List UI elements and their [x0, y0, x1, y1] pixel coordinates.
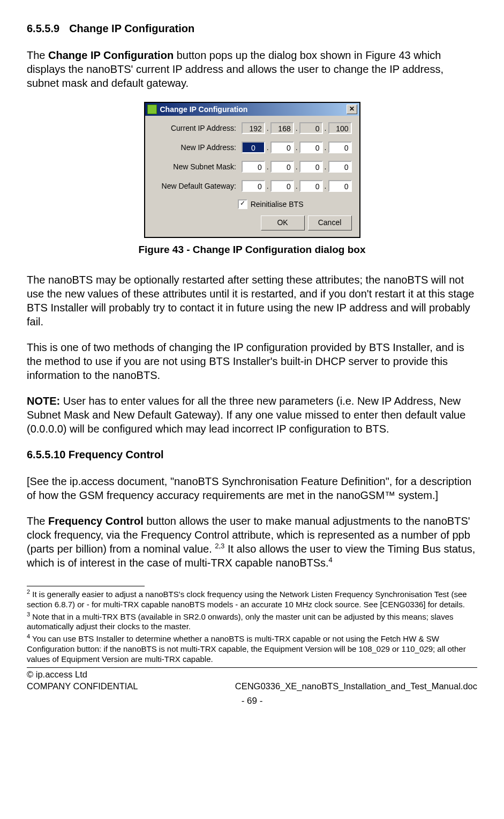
text-bold: Frequency Control	[48, 515, 144, 527]
octet-input: 100	[328, 122, 352, 134]
reinitialise-checkbox[interactable]: ✓	[238, 199, 247, 209]
text-bold: Change IP Configuration	[48, 49, 174, 61]
footer-copyright: © ip.access Ltd	[27, 669, 477, 680]
footnote-separator	[27, 586, 145, 586]
section-title: Change IP Configuration	[69, 23, 194, 34]
ok-button[interactable]: OK	[261, 215, 305, 230]
ip-row: Current IP Address:192.168.0.100	[148, 122, 352, 134]
dot-separator: .	[295, 162, 298, 172]
octet-group: 0.0.0.0	[242, 142, 352, 153]
paragraph-2: The nanoBTS may be optionally restarted …	[27, 273, 477, 329]
dot-separator: .	[266, 181, 269, 191]
row-label: New Default Gateway:	[148, 181, 236, 191]
app-icon	[147, 105, 157, 114]
cancel-button[interactable]: Cancel	[308, 215, 352, 230]
section-heading-1: 6.5.5.9Change IP Configuration	[27, 21, 477, 35]
section-number: 6.5.5.10	[27, 449, 65, 460]
dot-separator: .	[295, 143, 298, 152]
row-label: New Subnet Mask:	[148, 162, 236, 172]
octet-input[interactable]: 0	[270, 161, 294, 173]
octet-input[interactable]: 0	[242, 142, 265, 153]
dot-separator: .	[295, 181, 298, 191]
octet-input[interactable]: 0	[242, 180, 265, 192]
footer-left: COMPANY CONFIDENTIAL	[27, 681, 138, 692]
octet-input[interactable]: 0	[328, 161, 352, 173]
footnote-2: 2 It is generally easier to adjust a nan…	[27, 589, 477, 610]
dialog-container: Change IP Configuration ✕ Current IP Add…	[27, 102, 477, 238]
octet-group: 0.0.0.0	[242, 180, 352, 192]
ip-row: New Default Gateway:0.0.0.0	[148, 180, 352, 192]
dialog-titlebar: Change IP Configuration ✕	[145, 103, 359, 116]
octet-input[interactable]: 0	[270, 180, 294, 192]
row-label: Current IP Address:	[148, 123, 236, 133]
row-label: New IP Address:	[148, 143, 236, 152]
octet-group: 0.0.0.0	[242, 161, 352, 173]
octet-input[interactable]: 0	[328, 180, 352, 192]
paragraph-4: [See the ip.access document, "nanoBTS Sy…	[27, 474, 477, 502]
note-body: User has to enter values for all the thr…	[27, 395, 465, 435]
close-icon[interactable]: ✕	[347, 105, 357, 114]
paragraph-1: The Change IP Configuration button pops …	[27, 48, 477, 90]
checkbox-label: Reinitialise BTS	[251, 199, 304, 209]
dot-separator: .	[266, 162, 269, 172]
page-separator	[27, 667, 477, 668]
footnote-3: 3 Note that in a multi-TRX BTS (availabl…	[27, 611, 477, 632]
octet-input: 0	[299, 122, 323, 134]
octet-group: 192.168.0.100	[242, 122, 352, 134]
section-number: 6.5.5.9	[27, 21, 59, 35]
dot-separator: .	[266, 143, 269, 152]
text: The	[27, 49, 48, 61]
dot-separator: .	[266, 123, 269, 133]
octet-input[interactable]: 0	[299, 142, 323, 153]
octet-input: 192	[242, 122, 265, 134]
footnote-text: It is generally easier to adjust a nanoB…	[27, 590, 467, 609]
section-title: Frequency Control	[69, 449, 164, 460]
paragraph-3: This is one of two methods of changing t…	[27, 340, 477, 382]
button-row: OK Cancel	[148, 215, 352, 230]
octet-input[interactable]: 0	[242, 161, 265, 173]
section-heading-2: 6.5.5.10 Frequency Control	[27, 448, 477, 461]
octet-input[interactable]: 0	[299, 180, 323, 192]
footnote-ref-2-3: 2,3	[215, 542, 224, 550]
change-ip-dialog: Change IP Configuration ✕ Current IP Add…	[144, 102, 360, 238]
note-label: NOTE:	[27, 395, 60, 407]
dot-separator: .	[324, 181, 327, 191]
footnote-text: You can use BTS Installer to determine w…	[27, 634, 466, 664]
dialog-body: Current IP Address:192.168.0.100New IP A…	[145, 116, 359, 237]
octet-input: 168	[270, 122, 294, 134]
footnote-4: 4 You can use BTS Installer to determine…	[27, 633, 477, 664]
octet-input[interactable]: 0	[270, 142, 294, 153]
footnote-text: Note that in a multi-TRX BTS (available …	[27, 612, 454, 631]
ip-row: New Subnet Mask:0.0.0.0	[148, 161, 352, 173]
figure-caption: Figure 43 - Change IP Configuration dial…	[27, 243, 477, 257]
dot-separator: .	[295, 123, 298, 133]
note-paragraph: NOTE: User has to enter values for all t…	[27, 394, 477, 436]
footer-row: COMPANY CONFIDENTIAL CENG0336_XE_nanoBTS…	[27, 681, 477, 692]
paragraph-5: The Frequency Control button allows the …	[27, 514, 477, 570]
dot-separator: .	[324, 143, 327, 152]
octet-input[interactable]: 0	[328, 142, 352, 153]
page-number: - 69 -	[27, 695, 477, 707]
reinitialise-row: ✓ Reinitialise BTS	[148, 199, 352, 209]
octet-input[interactable]: 0	[299, 161, 323, 173]
dialog-title: Change IP Configuration	[160, 105, 248, 114]
dot-separator: .	[324, 123, 327, 133]
dot-separator: .	[324, 162, 327, 172]
footer-right: CENG0336_XE_nanoBTS_Installation_and_Tes…	[235, 681, 477, 692]
text: The	[27, 515, 48, 527]
ip-row: New IP Address:0.0.0.0	[148, 142, 352, 153]
footnote-ref-4: 4	[329, 556, 333, 564]
